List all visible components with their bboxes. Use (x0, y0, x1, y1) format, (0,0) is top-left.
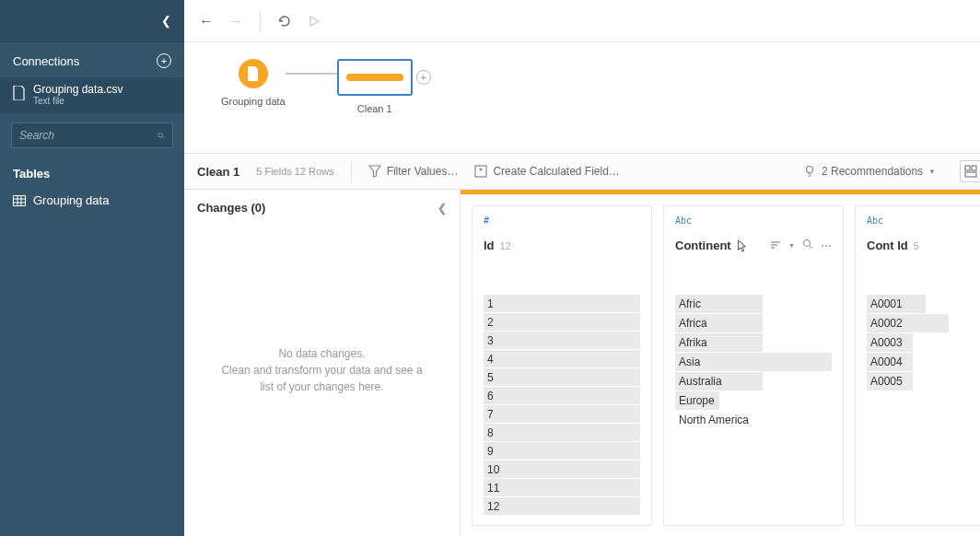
input-node[interactable]: Grouping data (221, 59, 286, 107)
connection-title: Grouping data.csv (33, 83, 122, 96)
column-continent[interactable]: Abc Continent (663, 205, 844, 526)
connections-label: Connections (13, 54, 79, 68)
separator (260, 11, 261, 31)
file-icon (247, 66, 260, 81)
column-name-contid: Cont Id (867, 239, 908, 252)
flow-canvas[interactable]: Grouping data Clean 1 + (184, 42, 980, 153)
table-item-label: Grouping data (33, 193, 109, 207)
value-row[interactable]: 6 (484, 387, 640, 405)
step-meta: 5 Fields 12 Rows (256, 166, 333, 177)
filter-values-button[interactable]: Filter Values… (368, 165, 459, 178)
step-toolbar: Clean 1 5 Fields 12 Rows Filter Values… … (184, 153, 980, 190)
file-icon (13, 86, 26, 100)
value-row[interactable]: Asia (675, 353, 832, 371)
create-calc-button[interactable]: Create Calculated Field… (474, 165, 619, 178)
column-name-continent: Continent (675, 239, 731, 252)
sort-dropdown-icon[interactable]: ▼ (788, 242, 795, 249)
value-row[interactable]: North America (675, 411, 832, 429)
lightbulb-icon (803, 165, 816, 178)
column-search-button[interactable] (802, 239, 813, 252)
chevron-down-icon: ▼ (928, 168, 936, 176)
value-row[interactable]: 3 (484, 332, 640, 350)
svg-rect-13 (965, 166, 970, 170)
svg-point-19 (804, 240, 811, 247)
sidebar-topbar: ❮ (0, 0, 184, 42)
column-name-id: Id (484, 239, 495, 252)
search-box[interactable] (11, 122, 173, 148)
layout-icon (964, 165, 977, 178)
value-row[interactable]: A0004 (867, 353, 972, 371)
value-row[interactable]: 9 (484, 442, 640, 460)
sidebar: ❮ Connections + Grouping data.csv Text f… (0, 0, 184, 536)
sidebar-collapse-icon[interactable]: ❮ (161, 14, 171, 28)
svg-line-20 (810, 246, 812, 249)
column-count-id: 12 (500, 240, 511, 251)
svg-point-0 (158, 133, 163, 137)
value-row[interactable]: A0002 (867, 314, 972, 332)
column-more-button[interactable]: ⋯ (821, 239, 832, 252)
refresh-button[interactable] (275, 12, 294, 30)
connection-item[interactable]: Grouping data.csv Text file (0, 77, 184, 113)
column-type-string: Abc (867, 216, 972, 226)
changes-empty-line2: Clean and transform your data and see a … (216, 362, 428, 395)
search-icon (158, 130, 165, 142)
svg-point-10 (807, 167, 813, 173)
svg-rect-14 (972, 166, 976, 170)
search-input[interactable] (19, 129, 158, 142)
value-row[interactable]: Afric (675, 295, 832, 313)
value-row[interactable]: 1 (484, 295, 640, 313)
recommendations-label: 2 Recommendations (822, 165, 923, 178)
connection-subtitle: Text file (33, 96, 122, 106)
column-id[interactable]: # Id 12 123456789101112 (472, 205, 652, 526)
run-button[interactable] (305, 12, 323, 30)
value-row[interactable]: Afrika (675, 333, 832, 352)
changes-empty-line1: No data changes. (278, 345, 365, 362)
value-row[interactable]: 12 (484, 497, 640, 516)
back-button[interactable]: ← (197, 12, 216, 30)
forward-button[interactable]: → (227, 12, 245, 30)
sort-icon (770, 240, 781, 250)
table-icon (13, 195, 26, 206)
refresh-icon (277, 14, 292, 29)
value-row[interactable]: A0003 (867, 333, 972, 352)
table-item[interactable]: Grouping data (0, 188, 184, 213)
column-type-number: # (484, 216, 640, 226)
tables-heading: Tables (0, 157, 184, 188)
input-node-label: Grouping data (221, 96, 286, 107)
svg-line-1 (162, 136, 164, 138)
column-contid[interactable]: Abc Cont Id 5 A0001A0002A0003A0004A0005 (855, 205, 980, 526)
value-row[interactable]: 4 (484, 350, 640, 368)
value-row[interactable]: A0001 (867, 295, 972, 313)
value-row[interactable]: 10 (484, 460, 640, 479)
value-row[interactable]: A0005 (867, 372, 972, 390)
layout-toggle-button[interactable] (960, 160, 980, 182)
clean-node[interactable]: Clean 1 (337, 59, 413, 114)
value-row[interactable]: Europe (675, 391, 832, 410)
column-count-contid: 5 (914, 240, 919, 251)
value-row[interactable]: Australia (675, 372, 832, 390)
changes-title: Changes (0) (197, 201, 265, 215)
topbar: ← → (184, 0, 980, 42)
flow-edge (286, 73, 337, 75)
clean-node-label: Clean 1 (357, 103, 392, 114)
sort-button[interactable] (770, 239, 781, 252)
data-profile-grid: # Id 12 123456789101112 (461, 190, 980, 536)
changes-empty-state: No data changes. Clean and transform you… (197, 215, 447, 525)
add-connection-button[interactable]: + (157, 53, 171, 68)
svg-rect-2 (14, 195, 26, 205)
value-row[interactable]: 8 (484, 424, 640, 442)
changes-collapse-icon[interactable]: ❮ (438, 202, 447, 215)
value-row[interactable]: 11 (484, 479, 640, 497)
value-row[interactable]: 2 (484, 313, 640, 332)
value-row[interactable]: Africa (675, 314, 832, 332)
svg-rect-15 (965, 172, 976, 177)
step-title: Clean 1 (197, 165, 239, 179)
separator (351, 161, 352, 181)
value-row[interactable]: 5 (484, 368, 640, 387)
create-calc-label: Create Calculated Field… (493, 165, 619, 178)
changes-panel: Changes (0) ❮ No data changes. Clean and… (184, 190, 461, 536)
add-step-button[interactable]: + (416, 70, 431, 85)
value-row[interactable]: 7 (484, 405, 640, 424)
recommendations-button[interactable]: 2 Recommendations ▼ (803, 165, 936, 178)
column-type-string: Abc (675, 216, 832, 226)
